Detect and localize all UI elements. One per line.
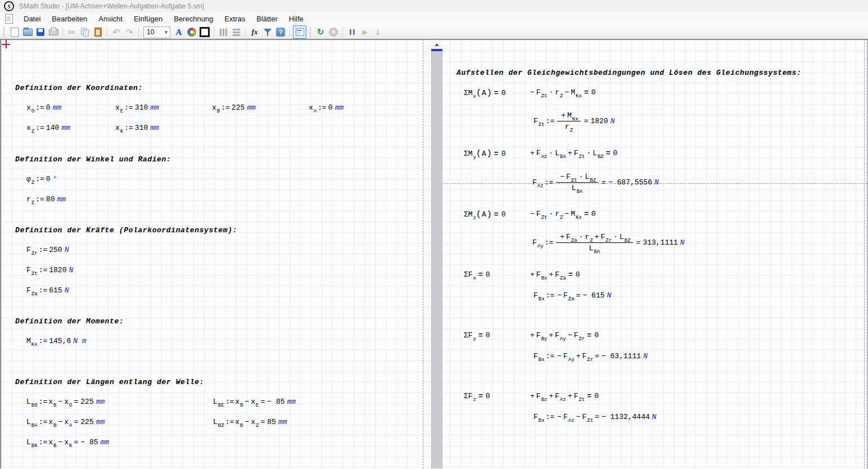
def-xA[interactable]: xA:=0mm [309, 103, 343, 112]
menu-einfuegen[interactable]: Einfügen [128, 13, 168, 25]
sum-Fx[interactable]: ΣFx=0 [464, 270, 491, 279]
def-xZ[interactable]: xZ:=140mm [26, 124, 70, 132]
vertical-scrollbar[interactable] [431, 40, 442, 468]
menu-ansicht[interactable]: Ansicht [93, 13, 128, 25]
def-LBA[interactable]: LBA:=xB−xA=225mm [26, 418, 105, 426]
solve-FBy[interactable]: FBx:=−FAy+FZr=− 63,1111N [534, 352, 648, 360]
stop-x-icon: ✕ [329, 28, 338, 37]
worksheet-canvas[interactable]: Definition der Koordinaten:xO:=0mmxE:=31… [0, 40, 868, 468]
font-size-combobox[interactable]: 10 ▼ [143, 26, 170, 38]
background-color-button[interactable] [186, 26, 198, 38]
sum-My[interactable]: ΣMy(A)=0 [464, 149, 506, 159]
interrupt-button[interactable]: ✕ [327, 26, 340, 38]
save-button[interactable] [34, 26, 47, 38]
recalculate-button[interactable]: ↻ [314, 26, 327, 38]
menu-datei[interactable]: Datei [18, 13, 46, 25]
solve-FBx[interactable]: FBx:=−FZa=− 615N [534, 291, 611, 300]
document-menu-icon[interactable] [5, 14, 13, 24]
menu-extras[interactable]: Extras [219, 13, 251, 25]
side-panel-toggle-button[interactable] [293, 25, 306, 39]
undo-button[interactable]: ↶ [110, 26, 123, 38]
horizontal-separator-icon [220, 29, 227, 36]
scroll-up-arrow-icon [435, 43, 439, 46]
eq-Fz[interactable]: +FBz+FAz+FZt=0 [528, 392, 599, 400]
new-button[interactable] [8, 26, 21, 38]
step-button[interactable]: ↓ [372, 26, 384, 38]
heading-laengen[interactable]: Definition der Längen entlang der Welle: [15, 378, 204, 386]
toolbar-separator [107, 27, 107, 37]
toolbar-separator [245, 27, 246, 37]
pause-button[interactable] [346, 26, 358, 38]
def-LBE[interactable]: LBE:=xB−xE=− 85mm [213, 398, 296, 406]
solve-FZt[interactable]: FZt:=+MKxrZ=1820N [534, 111, 615, 131]
font-color-button[interactable]: A [173, 26, 185, 38]
printer-icon [49, 29, 58, 35]
open-button[interactable] [21, 26, 34, 38]
border-button[interactable] [198, 26, 211, 38]
def-phiZ[interactable]: φZ:=0° [26, 175, 57, 183]
def-LBK[interactable]: LBK:=xB−xK=− 85mm [26, 438, 109, 447]
def-LBO[interactable]: LBO:=xB−xO=225mm [26, 398, 105, 406]
palette-icon [187, 28, 196, 37]
copy-button[interactable] [79, 26, 91, 38]
smath-window: S SMath Studio - [UM-Achsen+Wellen-Aufga… [0, 0, 868, 468]
def-xK[interactable]: xK:=310mm [115, 124, 159, 132]
def-FZr[interactable]: FZr:=250N [26, 246, 69, 254]
redo-button[interactable]: ↷ [123, 26, 135, 38]
heading-kraefte[interactable]: Definition der Kräfte (Polarkoordinatens… [15, 226, 237, 234]
toolbar-separator [138, 27, 139, 37]
border-frame-icon [200, 27, 210, 37]
scrollbar-thumb[interactable] [431, 51, 442, 468]
solve-FAz[interactable]: FAz:=−FZt·LBZLBA=− 687,5556N [532, 173, 659, 192]
cut-button[interactable]: ✂ [66, 26, 78, 38]
align-horizontal-button[interactable] [217, 26, 229, 38]
scissors-icon: ✂ [68, 27, 75, 38]
redo-icon: ↷ [125, 27, 133, 38]
menu-hilfe[interactable]: Hilfe [283, 13, 309, 25]
filter-button[interactable] [261, 26, 274, 38]
def-MKx[interactable]: MKx:=145,6N m [26, 337, 87, 345]
eq-Mx[interactable]: −FZt·rZ−MKx=0 [528, 88, 596, 97]
insert-function-button[interactable]: fx [248, 26, 261, 38]
scroll-up-button[interactable] [431, 40, 442, 49]
menu-berechnung[interactable]: Berechnung [168, 13, 219, 25]
window-title: SMath Studio - [UM-Achsen+Wellen-Aufgabe… [19, 2, 204, 10]
eq-My[interactable]: +FAz·LBA+FZt·LBZ=0 [528, 149, 618, 157]
solve-FAy[interactable]: FAy:=+FZa·rZ+FZr·LBZLBA=313,1111N [532, 233, 685, 252]
def-xE[interactable]: xE:=310mm [115, 103, 159, 112]
menu-bar: Datei Bearbeiten Ansicht Einfügen Berech… [0, 12, 868, 25]
sum-Mx[interactable]: ΣMx(A)=0 [464, 88, 506, 98]
def-LBZ[interactable]: LBZ:=xB−xZ=85mm [213, 418, 287, 426]
smath-logo-icon: S [4, 1, 14, 11]
refresh-arrows-icon: ↻ [317, 27, 324, 37]
toolbar-gripper [3, 27, 4, 37]
eq-Mz[interactable]: −FZt·rZ−MKx=0 [528, 210, 596, 218]
def-rZ[interactable]: rZ:=80mm [26, 195, 66, 204]
vertical-separator-icon [233, 29, 240, 36]
sum-Fy[interactable]: ΣFy=0 [464, 331, 491, 340]
reference-button[interactable]: ? [274, 26, 287, 38]
menu-bearbeiten[interactable]: Bearbeiten [46, 13, 93, 25]
save-floppy-icon [37, 28, 44, 36]
eq-Fx[interactable]: +FBx+FZa=0 [528, 270, 581, 279]
print-button[interactable] [47, 26, 60, 38]
paste-button[interactable] [92, 26, 104, 38]
eq-Fy[interactable]: +FBy+FAy−FZr=0 [528, 331, 599, 340]
heading-winkel[interactable]: Definition der Winkel und Radien: [15, 155, 171, 164]
def-FZa[interactable]: FZa:=615N [26, 286, 69, 295]
heading-gleichgewicht[interactable]: Aufstellen der Gleichgewichtsbedingungen… [456, 69, 801, 77]
menu-blaetter[interactable]: Blätter [251, 13, 283, 25]
def-FZt[interactable]: FZt:=1820N [26, 266, 73, 274]
def-xO[interactable]: xO:=0mm [26, 103, 61, 112]
pause-icon [350, 29, 355, 35]
sum-Mz[interactable]: ΣMz(A)=0 [464, 210, 506, 219]
step-arrow-icon: ↓ [375, 28, 381, 37]
def-xB[interactable]: xB:=225mm [212, 103, 256, 112]
align-vertical-button[interactable] [230, 26, 242, 38]
play-button[interactable]: ▶ [359, 26, 371, 38]
chevron-down-icon[interactable]: ▼ [162, 27, 170, 38]
heading-koordinaten[interactable]: Definition der Koordinaten: [15, 84, 143, 92]
sum-Fz[interactable]: ΣFz=0 [464, 392, 491, 400]
heading-momente[interactable]: Definition der Momente: [15, 317, 124, 326]
solve-FBz[interactable]: FBx:=−FAz−FZt=− 1132,4444N [534, 413, 657, 421]
